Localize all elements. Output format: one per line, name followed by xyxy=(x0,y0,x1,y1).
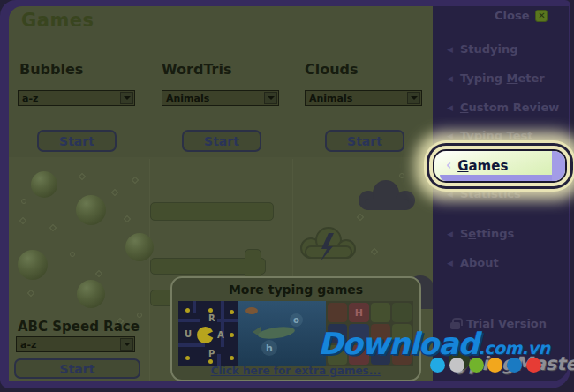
sea-letter: o xyxy=(290,313,303,327)
bubbles-level-value: a-z xyxy=(19,93,120,104)
logo-dot-icon xyxy=(487,358,502,373)
app-window: Games Bubbles a-z Start WordTris Animals… xyxy=(0,0,574,392)
maze-game-thumbnail: R U A P xyxy=(178,301,238,366)
logo-dot-icon xyxy=(507,358,522,373)
pacman-icon xyxy=(197,327,214,343)
bubble-graphic xyxy=(77,280,105,308)
dark-cloud-icon xyxy=(347,179,423,211)
abc-start-button[interactable]: Start xyxy=(14,358,140,379)
popup-thumbnails: R U A P o h H xyxy=(178,301,413,366)
chevron-down-icon xyxy=(407,92,420,104)
sidebar-item-about[interactable]: ◀ About xyxy=(447,256,499,269)
wordtris-topic-value: Animals xyxy=(162,93,264,104)
trial-version-label: Trial Version xyxy=(466,317,547,330)
clouds-topic-value: Animals xyxy=(306,93,407,104)
page-title: Games xyxy=(21,10,94,31)
popup-title: More typing games xyxy=(172,283,419,297)
abc-level-select[interactable]: a-z xyxy=(16,336,135,352)
sparkle-icon xyxy=(70,252,75,257)
logo-dot-icon xyxy=(526,358,541,373)
arrow-left-icon: ◀ xyxy=(447,45,453,54)
more-games-popup: More typing games R U A P xyxy=(170,276,421,381)
bubbles-level-select[interactable]: a-z xyxy=(18,90,135,106)
maze-letter: R xyxy=(208,313,215,323)
logo-dot-icon xyxy=(430,358,445,373)
bubble-graphic xyxy=(31,171,57,198)
logo-dot-icon xyxy=(469,358,484,373)
close-label: Close xyxy=(495,9,529,22)
close-button[interactable]: Close ✕ xyxy=(495,9,548,22)
abc-level-value: a-z xyxy=(17,339,120,351)
sparkle-icon xyxy=(21,199,26,204)
games-button-label: Games xyxy=(457,158,508,174)
sea-letter: h xyxy=(261,340,277,356)
arrow-left-icon: ◀ xyxy=(447,132,453,140)
logo-dot-icon xyxy=(449,358,464,373)
sidebar-item-typing-meter[interactable]: ◀ Typing Meter xyxy=(447,72,545,85)
arrow-left-icon: ◀ xyxy=(447,230,453,238)
sidebar-item-custom-review[interactable]: ◀ Custom Review xyxy=(447,101,559,114)
wordtris-block xyxy=(150,202,274,221)
chevron-down-icon xyxy=(120,92,133,104)
sidebar-item-studying[interactable]: ◀ Studying xyxy=(447,42,518,56)
wordtris-title: WordTris xyxy=(162,61,231,78)
tiles-game-thumbnail: H xyxy=(326,301,413,366)
arrow-left-icon: ◀ xyxy=(447,190,453,199)
wordtris-topic-select[interactable]: Animals xyxy=(162,90,279,106)
bubbles-title: Bubbles xyxy=(19,61,83,78)
abc-speed-race-title: ABC Speed Race xyxy=(18,319,140,335)
close-icon: ✕ xyxy=(535,10,548,22)
storm-cloud-icon xyxy=(291,226,364,263)
extra-games-link[interactable]: Click here for extra games... xyxy=(172,365,419,377)
maze-letter: A xyxy=(217,330,224,340)
arrow-left-icon: ◀ xyxy=(447,74,453,83)
fish-icon xyxy=(257,325,295,341)
chevron-down-icon xyxy=(264,92,277,104)
tile-letter: H xyxy=(349,303,368,322)
clouds-title: Clouds xyxy=(305,61,359,78)
chevron-left-icon: ‹ xyxy=(446,157,451,173)
sea-game-thumbnail: o h xyxy=(238,301,326,366)
bubbles-start-button[interactable]: Start xyxy=(37,130,117,152)
sidebar-item-typing-test[interactable]: ◀ Typing Test xyxy=(447,129,532,142)
clouds-topic-select[interactable]: Animals xyxy=(305,90,422,106)
sidebar-item-games-highlighted[interactable]: ‹ Games xyxy=(434,151,565,181)
sidebar-item-settings[interactable]: ◀ Settings xyxy=(447,227,514,240)
maze-letter: P xyxy=(208,349,215,358)
chevron-down-icon xyxy=(120,338,133,351)
sparkle-icon xyxy=(399,173,404,178)
wordtris-start-button[interactable]: Start xyxy=(182,130,261,152)
bubble-graphic xyxy=(76,195,106,225)
bubble-graphic xyxy=(125,233,154,261)
arrow-left-icon: ◀ xyxy=(447,259,453,268)
maze-letter: U xyxy=(185,329,192,339)
sparkle-icon xyxy=(137,313,142,318)
lock-icon xyxy=(450,322,460,329)
sidebar-item-statistics[interactable]: ◀ Statistics xyxy=(447,187,521,200)
bubble-graphic xyxy=(18,250,48,280)
clownfish-icon xyxy=(245,307,258,314)
trial-version-item[interactable]: Trial Version xyxy=(450,317,547,330)
clouds-start-button[interactable]: Start xyxy=(325,130,404,152)
arrow-left-icon: ◀ xyxy=(447,103,453,112)
